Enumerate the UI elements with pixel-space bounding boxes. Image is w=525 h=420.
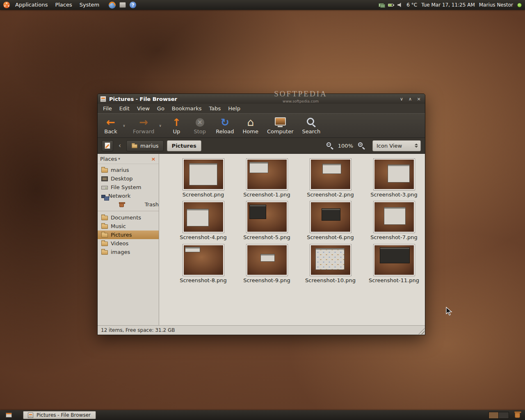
mouse-cursor xyxy=(445,307,454,316)
title-bar[interactable]: Pictures - File Browser ∨ ∧ × xyxy=(98,94,425,104)
user-switcher[interactable]: Marius Nestor xyxy=(479,2,513,8)
thumbnail xyxy=(310,201,351,233)
file-item[interactable]: Screenshot-6.png xyxy=(299,201,362,240)
file-name: Screenshot-5.png xyxy=(243,235,290,240)
file-name: Screenshot-9.png xyxy=(243,278,290,283)
help-icon[interactable]: ? xyxy=(130,2,136,8)
computer-button[interactable]: Computer xyxy=(265,115,296,136)
clock-applet[interactable]: Tue Mar 17, 11:25 AM xyxy=(421,2,475,8)
volume-icon[interactable] xyxy=(397,2,402,7)
weather-applet[interactable]: 6 °C xyxy=(406,2,417,8)
zoom-out-icon xyxy=(326,142,331,147)
trash-applet-icon[interactable] xyxy=(515,412,520,418)
zoom-out-button[interactable] xyxy=(326,142,333,149)
close-sidebar-button[interactable]: × xyxy=(151,156,156,162)
thumbnail xyxy=(374,244,415,276)
close-button[interactable]: × xyxy=(415,96,422,102)
workspace-1[interactable] xyxy=(489,412,499,418)
file-view: Screenshot.png Screenshot-1.png Screensh… xyxy=(159,154,425,325)
sidebar-item-trash[interactable]: Trash xyxy=(98,200,159,209)
up-button[interactable]: Up xyxy=(167,115,186,136)
resize-grip[interactable] xyxy=(418,328,425,334)
breadcrumb-label: marius xyxy=(140,143,159,149)
thumbnail xyxy=(183,201,224,233)
show-desktop-icon xyxy=(6,413,12,418)
file-item[interactable]: Screenshot.png xyxy=(171,159,235,198)
menu-bookmarks[interactable]: Bookmarks xyxy=(168,104,205,113)
taskbar-window-button[interactable]: Pictures - File Browser xyxy=(23,411,96,419)
menu-go[interactable]: Go xyxy=(153,104,168,113)
file-item[interactable]: Screenshot-8.png xyxy=(171,244,235,283)
ubuntu-logo-icon[interactable] xyxy=(3,2,10,8)
firefox-icon[interactable] xyxy=(109,2,116,9)
thumbnail xyxy=(247,159,288,190)
zoom-level: 100% xyxy=(338,143,353,149)
path-scroll-left-button[interactable]: ‹ xyxy=(116,140,123,151)
zoom-in-icon xyxy=(358,142,363,147)
menu-help[interactable]: Help xyxy=(224,104,244,113)
search-button[interactable]: Search xyxy=(300,115,323,136)
show-desktop-button[interactable] xyxy=(3,410,14,420)
sidebar-item-pictures[interactable]: Pictures xyxy=(98,231,159,239)
sidebar-item-desktop[interactable]: Desktop xyxy=(98,174,159,183)
reload-button[interactable]: Reload xyxy=(213,115,236,136)
system-menu[interactable]: System xyxy=(76,0,103,10)
battery-icon[interactable] xyxy=(388,4,393,7)
file-item[interactable]: Screenshot-3.png xyxy=(362,159,425,198)
file-browser-window: Pictures - File Browser ∨ ∧ × FileEditVi… xyxy=(97,94,425,335)
launcher-icon[interactable] xyxy=(119,2,126,8)
thumbnail xyxy=(247,201,288,233)
sidebar-item-music[interactable]: Music xyxy=(98,222,159,231)
menu-file[interactable]: File xyxy=(99,104,116,113)
view-mode-value: Icon View xyxy=(377,143,402,149)
thumbnail-window xyxy=(380,247,410,263)
toggle-location-entry-button[interactable] xyxy=(102,140,113,151)
folder-icon xyxy=(101,242,108,246)
file-name: Screenshot-11.png xyxy=(369,278,419,283)
forward-button[interactable]: Forward xyxy=(130,115,157,136)
menu-edit[interactable]: Edit xyxy=(116,104,133,113)
file-item[interactable]: Screenshot-10.png xyxy=(299,244,362,283)
view-mode-select[interactable]: Icon View xyxy=(372,140,421,151)
breadcrumb-marius[interactable]: marius xyxy=(126,140,164,151)
sidebar-item-network[interactable]: Network xyxy=(98,192,159,200)
file-item[interactable]: Screenshot-4.png xyxy=(171,201,235,240)
status-text: 12 items, Free space: 31.2 GB xyxy=(101,327,175,333)
file-item[interactable]: Screenshot-5.png xyxy=(235,201,299,240)
file-name: Screenshot-10.png xyxy=(305,278,356,283)
file-item[interactable]: Screenshot-2.png xyxy=(299,159,362,198)
workspace-2[interactable] xyxy=(499,412,509,418)
file-item[interactable]: Screenshot-11.png xyxy=(362,244,425,283)
applications-menu[interactable]: Applications xyxy=(11,0,51,10)
forward-history-dropdown[interactable]: ∨ xyxy=(158,115,163,136)
file-item[interactable]: Screenshot-9.png xyxy=(235,244,299,283)
sidebar-item-images[interactable]: images xyxy=(98,248,159,256)
folder-icon xyxy=(101,224,108,229)
file-item[interactable]: Screenshot-1.png xyxy=(235,159,299,198)
thumbnail xyxy=(310,244,351,276)
sidebar-title[interactable]: Places xyxy=(100,156,117,162)
desktop-icon xyxy=(101,176,108,181)
sidebar-item-marius[interactable]: marius xyxy=(98,166,159,174)
thumbnail xyxy=(183,244,224,276)
maximize-button[interactable]: ∧ xyxy=(406,96,414,102)
sidebar-item-documents[interactable]: Documents xyxy=(98,213,159,222)
home-button[interactable]: Home xyxy=(240,115,261,136)
drive-icon xyxy=(101,186,108,189)
places-menu[interactable]: Places xyxy=(51,0,75,10)
menu-view[interactable]: View xyxy=(133,104,153,113)
trash-icon xyxy=(119,203,124,207)
sidebar-item-file-system[interactable]: File System xyxy=(98,183,159,192)
breadcrumb-label: Pictures xyxy=(172,143,196,149)
minimize-button[interactable]: ∨ xyxy=(398,96,405,102)
file-item[interactable]: Screenshot-7.png xyxy=(362,201,425,240)
menu-tabs[interactable]: Tabs xyxy=(205,104,224,113)
back-button[interactable]: Back xyxy=(101,115,121,136)
network-icon[interactable] xyxy=(379,3,384,7)
sidebar-separator xyxy=(98,211,159,211)
breadcrumb-pictures[interactable]: Pictures xyxy=(167,140,201,151)
sidebar-item-videos[interactable]: Videos xyxy=(98,239,159,248)
back-history-dropdown[interactable]: ∨ xyxy=(121,115,127,136)
zoom-in-button[interactable] xyxy=(358,142,365,149)
stop-button[interactable]: Stop xyxy=(190,115,210,136)
